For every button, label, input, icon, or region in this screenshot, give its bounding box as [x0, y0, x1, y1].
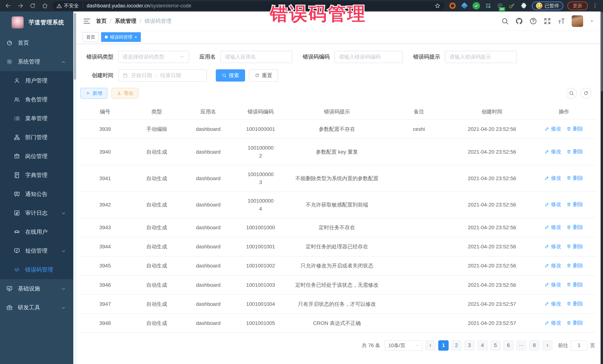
browser-menu-kebab-icon[interactable]	[592, 3, 598, 9]
delete-link[interactable]: 删除	[567, 281, 583, 288]
page-scrollbar[interactable]	[601, 11, 603, 364]
pencil-icon	[545, 282, 549, 287]
browser-update-button[interactable]: 更新	[567, 1, 588, 10]
edit-link[interactable]: 修改	[545, 262, 561, 269]
tag-首页[interactable]: 首页	[82, 32, 99, 42]
page-button-8[interactable]: 8	[529, 340, 540, 351]
sidebar-scrollbar-thumb[interactable]	[74, 13, 76, 80]
tag-错误码管理[interactable]: 错误码管理×	[101, 32, 141, 42]
tag-close-icon[interactable]: ×	[135, 35, 137, 39]
browser-home-button[interactable]	[40, 1, 50, 10]
edit-link[interactable]: 修改	[545, 319, 561, 327]
edit-link[interactable]: 修改	[545, 147, 561, 155]
pencil-icon	[545, 176, 549, 180]
delete-link[interactable]: 删除	[567, 300, 583, 308]
edit-link[interactable]: 修改	[545, 174, 561, 182]
edit-link[interactable]: 修改	[545, 243, 561, 250]
error-hint-input[interactable]: 请输入错误码提示	[445, 51, 517, 63]
delete-link[interactable]: 删除	[567, 200, 583, 208]
refresh-icon	[583, 91, 589, 96]
sidebar-item-错误码管理[interactable]: 错误码管理	[0, 260, 73, 279]
page-button-2[interactable]: 2	[451, 340, 462, 351]
page-button-1[interactable]: 1	[438, 340, 449, 351]
page-buttons: 123456···8	[438, 340, 540, 351]
delete-link[interactable]: 删除	[567, 174, 583, 182]
error-type-select[interactable]: 请选择错误码类型	[118, 51, 189, 63]
address-bar[interactable]: 不安全 dashboard.yudao.iocoder.cn/system/er…	[52, 1, 445, 10]
cell-编号: 3948	[80, 314, 130, 333]
browser-forward-button[interactable]	[16, 1, 25, 10]
sidebar-item-通知公告[interactable]: 通知公告	[0, 185, 73, 203]
cell-应用名: dashboard	[184, 314, 233, 333]
page-scrollbar-thumb[interactable]	[601, 12, 603, 92]
page-ellipsis[interactable]: ···	[516, 340, 527, 351]
page-button-5[interactable]: 5	[490, 340, 500, 351]
breadcrumb-item-首页[interactable]: 首页	[96, 17, 107, 25]
sidebar-item-系统管理[interactable]: 系统管理	[0, 52, 73, 71]
sidebar-item-基础设施[interactable]: 基础设施	[0, 279, 73, 298]
sidebar-item-用户管理[interactable]: 用户管理	[0, 71, 73, 90]
sidebar-item-部门管理[interactable]: 部门管理	[0, 128, 73, 147]
browser-reload-button[interactable]	[28, 1, 37, 10]
sidebar-item-字典管理[interactable]: 字典管理	[0, 166, 73, 185]
sidebar-item-首页[interactable]: 首页	[0, 33, 73, 52]
next-page-button[interactable]	[542, 340, 553, 351]
extensions-puzzle-icon[interactable]	[520, 2, 528, 10]
breadcrumb-item-系统管理[interactable]: 系统管理	[115, 17, 136, 25]
edit-link[interactable]: 修改	[545, 281, 561, 288]
browser-back-button[interactable]	[3, 1, 13, 10]
sidebar-item-菜单管理[interactable]: 菜单管理	[0, 109, 73, 128]
delete-link[interactable]: 删除	[567, 147, 583, 155]
extension-gem-icon[interactable]	[461, 2, 468, 10]
delete-link[interactable]: 删除	[567, 319, 583, 327]
edit-link[interactable]: 修改	[545, 223, 561, 231]
avatar[interactable]	[572, 15, 583, 27]
page-button-4[interactable]: 4	[477, 340, 487, 351]
extension-key-icon[interactable]	[508, 2, 516, 10]
fullscreen-icon[interactable]	[544, 17, 551, 25]
extension-green-check-icon[interactable]	[472, 2, 480, 10]
app-name-input[interactable]: 请输入应用名	[220, 51, 292, 63]
add-button[interactable]: 新增	[80, 88, 107, 99]
toggle-search-button[interactable]	[566, 88, 577, 99]
search-button[interactable]: 搜索	[216, 69, 245, 82]
edit-link[interactable]: 修改	[545, 200, 561, 208]
filter-error-hint: 错误码提示 请输入错误码提示	[413, 51, 517, 63]
app-logo[interactable]: 芋道管理系统	[0, 11, 73, 33]
hamburger-icon[interactable]	[83, 17, 91, 25]
sidebar-scrollbar[interactable]	[73, 11, 77, 364]
avatar-caret-down-icon[interactable]	[590, 19, 594, 23]
delete-link[interactable]: 删除	[567, 243, 583, 250]
profile-paused-chip[interactable]: 已暂停	[532, 1, 563, 10]
sidebar-item-审计日志[interactable]: 审计日志	[0, 203, 73, 222]
font-size-icon[interactable]	[557, 17, 565, 25]
delete-link[interactable]: 删除	[567, 262, 583, 269]
export-button[interactable]: 导出	[112, 88, 139, 99]
extension-lines-on-icon[interactable]: on	[496, 2, 504, 10]
cell-错误码提示: 参数配置 key 重复	[288, 139, 385, 165]
page-button-3[interactable]: 3	[464, 340, 475, 351]
sidebar-item-在线用户[interactable]: 在线用户	[0, 222, 73, 241]
sidebar-item-岗位管理[interactable]: 岗位管理	[0, 147, 73, 166]
prev-page-button[interactable]	[425, 340, 436, 351]
goto-page-input[interactable]: 1	[571, 340, 587, 351]
help-icon[interactable]	[529, 17, 537, 25]
date-range-picker[interactable]: 开始日期 - 结束日期	[118, 69, 207, 82]
header-search-icon[interactable]	[501, 17, 509, 25]
bookmark-star-icon[interactable]	[435, 3, 441, 9]
edit-link[interactable]: 修改	[545, 125, 561, 133]
sidebar-item-角色管理[interactable]: 角色管理	[0, 90, 73, 109]
reset-button[interactable]: 重置	[249, 69, 278, 82]
edit-link[interactable]: 修改	[545, 300, 561, 308]
delete-link[interactable]: 删除	[567, 223, 583, 231]
delete-link[interactable]: 删除	[567, 125, 583, 133]
page-button-6[interactable]: 6	[503, 340, 514, 351]
sidebar-item-短信管理[interactable]: 短信管理	[0, 241, 73, 260]
extension-orange-icon[interactable]	[449, 2, 456, 10]
extension-grid-icon[interactable]	[484, 2, 492, 10]
sidebar-item-研发工具[interactable]: 研发工具	[0, 298, 73, 317]
refresh-table-button[interactable]	[580, 88, 591, 99]
page-size-select[interactable]: 10条/页	[385, 340, 423, 351]
error-code-input[interactable]: 请输入错误码编码	[335, 51, 403, 63]
github-icon[interactable]	[515, 17, 523, 25]
